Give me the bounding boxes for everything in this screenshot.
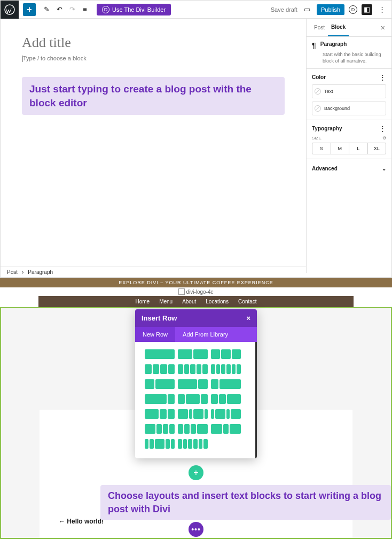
background-color-label: Background — [324, 106, 350, 111]
breadcrumb-post[interactable]: Post — [7, 269, 18, 275]
editor-canvas[interactable]: Add title Type / to choose a block Just … — [1, 19, 306, 273]
breadcrumb-paragraph[interactable]: Paragraph — [28, 269, 53, 275]
layout-3col[interactable] — [211, 349, 241, 359]
tab-block[interactable]: Block — [328, 19, 349, 36]
text-color-swatch — [315, 88, 321, 95]
tab-add-from-library[interactable]: Add From Library — [175, 327, 236, 342]
divi-page-settings-button[interactable]: ••• — [189, 522, 203, 537]
row-layouts-grid — [135, 342, 257, 458]
details-icon[interactable]: ≡ — [79, 3, 91, 16]
typography-section-title: Typography — [312, 126, 342, 131]
sidebar-toggle-icon[interactable]: ◧ — [362, 4, 372, 15]
layout-k[interactable] — [178, 424, 208, 434]
layout-n[interactable] — [178, 439, 208, 449]
add-block-button[interactable]: + — [23, 3, 36, 16]
block-type-title: Paragraph — [320, 41, 347, 47]
layout-1col[interactable] — [145, 349, 175, 359]
nav-contact[interactable]: Contact — [238, 299, 256, 304]
size-button-group: S M L XL — [312, 143, 386, 154]
size-label: SIZE — [312, 136, 322, 140]
block-type-desc: Start with the basic building block of a… — [323, 52, 386, 64]
options-icon[interactable]: ⋮ — [377, 4, 387, 15]
preview-icon[interactable]: ▭ — [302, 4, 312, 15]
annotation-divi: Choose layouts and insert text blocks to… — [100, 485, 391, 520]
site-logo-row: divi-logo-4c — [0, 287, 392, 296]
divi-button-label: Use The Divi Builder — [112, 6, 166, 13]
divi-section[interactable]: Insert Row × New Row Add From Library — [0, 307, 392, 539]
layout-f[interactable] — [211, 394, 241, 404]
layout-4col[interactable] — [145, 364, 175, 374]
divi-settings-icon[interactable]: D — [349, 5, 357, 14]
size-settings-icon[interactable]: ⚙ — [382, 136, 386, 140]
size-m[interactable]: M — [331, 143, 350, 154]
tab-post[interactable]: Post — [311, 19, 328, 36]
typography-options-icon[interactable]: ⋮ — [379, 124, 386, 132]
broken-image-icon — [178, 288, 185, 295]
chevron-down-icon[interactable]: ⌄ — [382, 166, 386, 171]
previous-post-link[interactable]: ← Hello world! — [59, 518, 104, 525]
post-title-input[interactable]: Add title — [22, 35, 285, 51]
close-modal-icon[interactable]: × — [246, 314, 250, 322]
breadcrumb-separator: › — [22, 269, 23, 275]
color-section-title: Color — [312, 74, 326, 80]
wordpress-logo[interactable] — [1, 1, 19, 19]
layout-l[interactable] — [211, 424, 241, 434]
block-type-hint[interactable]: Type / to choose a block — [22, 55, 285, 62]
size-s[interactable]: S — [312, 143, 331, 154]
text-color-control[interactable]: Text — [312, 84, 386, 98]
undo-icon[interactable]: ↶ — [53, 3, 66, 16]
close-sidebar-icon[interactable]: × — [379, 21, 387, 34]
advanced-section-title[interactable]: Advanced — [312, 166, 338, 171]
nav-menu[interactable]: Menu — [159, 299, 173, 304]
site-banner: EXPLORE DIVI – YOUR ULTIMATE COFFEE EXPE… — [0, 278, 392, 287]
layout-a[interactable] — [145, 379, 175, 389]
layout-j[interactable] — [145, 424, 175, 434]
divi-builder-screenshot: EXPLORE DIVI – YOUR ULTIMATE COFFEE EXPE… — [0, 278, 392, 539]
background-color-control[interactable]: Background — [312, 101, 386, 115]
text-color-label: Text — [324, 89, 333, 94]
site-nav: Home Menu About Locations Contact — [38, 296, 354, 307]
layout-g[interactable] — [145, 409, 175, 419]
publish-button[interactable]: Publish — [317, 4, 344, 15]
layout-b[interactable] — [178, 379, 208, 389]
paragraph-icon: ¶ — [312, 41, 316, 50]
layout-e[interactable] — [178, 394, 208, 404]
layout-d[interactable] — [145, 394, 175, 404]
redo-icon[interactable]: ↷ — [66, 3, 79, 16]
edit-icon[interactable]: ✎ — [40, 3, 53, 16]
size-xl[interactable]: XL — [368, 143, 386, 154]
modal-title: Insert Row — [142, 314, 177, 322]
layout-6col[interactable] — [211, 364, 241, 374]
background-color-swatch — [315, 105, 321, 112]
layout-c[interactable] — [211, 379, 241, 389]
editor-toolbar: + ✎ ↶ ↷ ≡ D Use The Divi Builder Save dr… — [1, 1, 391, 19]
nav-about[interactable]: About — [182, 299, 196, 304]
tab-new-row[interactable]: New Row — [135, 327, 175, 342]
annotation-block-editor: Just start typing to create a blog post … — [22, 77, 285, 115]
layout-5col[interactable] — [178, 364, 208, 374]
logo-alt-text: divi-logo-4c — [186, 289, 213, 295]
layout-h[interactable] — [178, 409, 208, 419]
layout-m[interactable] — [145, 439, 175, 449]
nav-locations[interactable]: Locations — [206, 299, 229, 304]
divi-icon: D — [102, 6, 109, 13]
layout-2col[interactable] — [178, 349, 208, 359]
size-l[interactable]: L — [349, 143, 368, 154]
layout-i[interactable] — [211, 409, 241, 419]
save-draft-button[interactable]: Save draft — [271, 6, 297, 13]
insert-row-modal: Insert Row × New Row Add From Library — [135, 309, 257, 458]
breadcrumb: Post › Paragraph — [1, 267, 306, 277]
color-options-icon[interactable]: ⋮ — [379, 73, 386, 81]
add-section-button[interactable]: + — [189, 465, 203, 480]
nav-home[interactable]: Home — [135, 299, 150, 304]
use-divi-builder-button[interactable]: D Use The Divi Builder — [97, 4, 171, 15]
settings-sidebar: Post Block × ¶ Paragraph Start with the … — [306, 19, 391, 273]
wordpress-editor-screenshot: + ✎ ↶ ↷ ≡ D Use The Divi Builder Save dr… — [0, 0, 392, 278]
